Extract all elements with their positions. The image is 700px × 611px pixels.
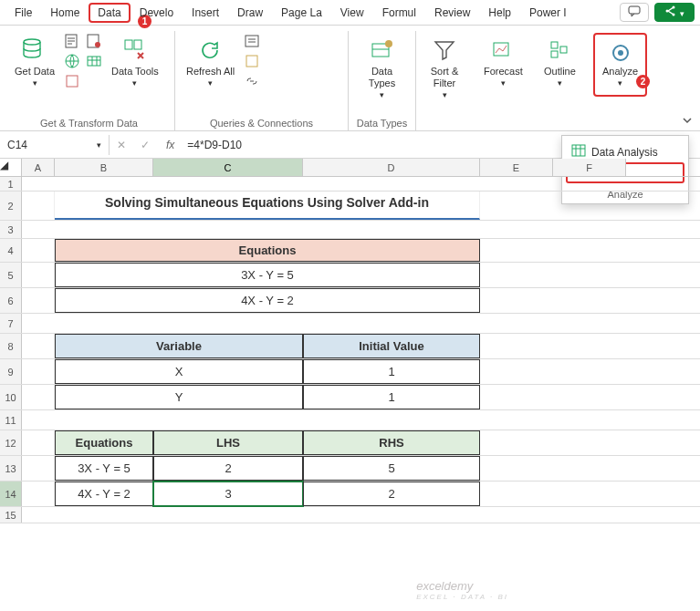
col-A[interactable]: A (22, 159, 55, 176)
data-analysis-icon (571, 144, 586, 160)
init-y[interactable]: 1 (303, 385, 480, 409)
col-B[interactable]: B (55, 159, 153, 176)
ribbon-collapse-chevron[interactable] (682, 115, 693, 129)
row-1[interactable]: 1 (0, 177, 22, 191)
callout-badge-2: 2 (636, 75, 650, 88)
init-x[interactable]: 1 (303, 359, 480, 384)
equation-2[interactable]: 4X - Y = 2 (55, 288, 480, 313)
rhs-header: RHS (303, 430, 480, 455)
name-box-value: C14 (7, 139, 27, 151)
refresh-all-button[interactable]: Refresh All▾ (183, 33, 238, 91)
menu-view[interactable]: View (331, 3, 373, 23)
menu-home[interactable]: Home (41, 3, 89, 23)
r14-lhs[interactable]: 3 (153, 482, 303, 506)
edit-links-icon[interactable] (244, 73, 260, 89)
menu-pagelayout[interactable]: Page La (272, 3, 331, 23)
svg-point-2 (672, 14, 674, 16)
row-4[interactable]: 4 (0, 239, 22, 262)
row-10[interactable]: 10 (0, 385, 22, 409)
recent-sources-icon[interactable] (64, 73, 80, 89)
r13-eq[interactable]: 3X - Y = 5 (55, 456, 153, 481)
row-7[interactable]: 7 (0, 314, 22, 333)
from-text-icon[interactable] (64, 33, 80, 49)
from-web-icon[interactable] (64, 53, 80, 69)
svg-rect-14 (246, 56, 257, 67)
data-types-button[interactable]: Data Types▾ (356, 33, 408, 103)
cancel-icon[interactable]: ✕ (110, 139, 133, 151)
data-tools-button[interactable]: Data Tools▾ (108, 33, 162, 91)
group-queries: Queries & Connections (183, 116, 340, 130)
svg-point-1 (672, 6, 674, 9)
svg-rect-0 (629, 6, 640, 14)
col-E[interactable]: E (480, 159, 553, 176)
forecast-icon (487, 35, 518, 66)
group-get-transform: Get & Transform Data (11, 116, 167, 130)
row-5[interactable]: 5 (0, 263, 22, 287)
equation-1[interactable]: 3X - Y = 5 (55, 263, 480, 287)
row-12[interactable]: 12 (0, 430, 22, 455)
sheet-title: Solving Simultaneous Equations Using Sol… (55, 192, 480, 220)
forecast-button[interactable]: Forecast▾ (480, 33, 527, 91)
svg-point-22 (618, 50, 623, 56)
worksheet-grid[interactable]: ◢ A B C D E F 1 2 Solving Simultaneous E… (0, 159, 700, 523)
svg-point-3 (665, 10, 668, 13)
analyze-label: Analyze (602, 66, 638, 78)
r13-lhs[interactable]: 2 (153, 456, 303, 481)
data-tools-label: Data Tools (111, 66, 159, 78)
name-box[interactable]: C14 ▾ (0, 135, 110, 155)
menu-formulas[interactable]: Formul (373, 3, 425, 23)
sort-filter-button[interactable]: Sort & Filter▾ (423, 33, 465, 103)
menu-insert[interactable]: Insert (183, 3, 228, 23)
comments-button[interactable] (620, 3, 649, 22)
svg-rect-10 (88, 57, 100, 66)
from-table-icon[interactable] (86, 53, 102, 69)
fx-icon[interactable]: fx (157, 139, 183, 151)
menu-developer[interactable]: Develo (131, 3, 183, 23)
svg-rect-23 (572, 145, 585, 156)
outline-button[interactable]: Outline▾ (540, 33, 580, 91)
col-C[interactable]: C (153, 159, 303, 176)
share-button[interactable]: ▾ (654, 3, 695, 22)
menu-file[interactable]: File (5, 3, 41, 23)
var-y[interactable]: Y (55, 385, 303, 409)
svg-point-4 (24, 39, 40, 45)
menu-powerbi[interactable]: Power I (520, 3, 576, 23)
refresh-label: Refresh All (186, 66, 235, 78)
row-14[interactable]: 14 (0, 482, 22, 506)
row-8[interactable]: 8 (0, 334, 22, 358)
row-13[interactable]: 13 (0, 456, 22, 481)
properties-icon[interactable] (244, 53, 260, 69)
get-data-button[interactable]: Get Data▾ (11, 33, 58, 91)
queries-icon[interactable] (244, 33, 260, 49)
refresh-icon (195, 35, 226, 66)
row-15[interactable]: 15 (0, 507, 22, 523)
eq-col-header: Equations (55, 430, 153, 455)
outline-label: Outline (544, 66, 576, 78)
menu-data[interactable]: Data (89, 3, 130, 23)
svg-rect-11 (125, 40, 132, 49)
r13-rhs[interactable]: 5 (303, 456, 480, 481)
menu-draw[interactable]: Draw (228, 3, 272, 23)
enter-icon[interactable]: ✓ (133, 139, 157, 151)
existing-conn-icon[interactable] (86, 33, 102, 49)
col-D[interactable]: D (303, 159, 480, 176)
svg-point-9 (95, 42, 100, 47)
r14-eq[interactable]: 4X - Y = 2 (55, 482, 153, 506)
menu-help[interactable]: Help (479, 3, 520, 23)
menu-review[interactable]: Review (425, 3, 479, 23)
data-tools-icon (120, 35, 151, 66)
row-2[interactable]: 2 (0, 192, 22, 220)
row-3[interactable]: 3 (0, 221, 22, 238)
r14-rhs[interactable]: 2 (303, 482, 480, 506)
svg-point-16 (385, 40, 392, 47)
select-all-corner[interactable]: ◢ (0, 159, 22, 176)
col-F[interactable]: F (553, 159, 626, 176)
svg-rect-12 (134, 40, 141, 49)
data-types-icon (367, 35, 398, 66)
row-6[interactable]: 6 (0, 288, 22, 313)
var-x[interactable]: X (55, 359, 303, 384)
row-9[interactable]: 9 (0, 359, 22, 384)
funnel-icon (429, 35, 460, 66)
row-11[interactable]: 11 (0, 410, 22, 430)
ribbon: Get Data▾ Data Tools▾ Get & Transform Da… (0, 26, 700, 131)
